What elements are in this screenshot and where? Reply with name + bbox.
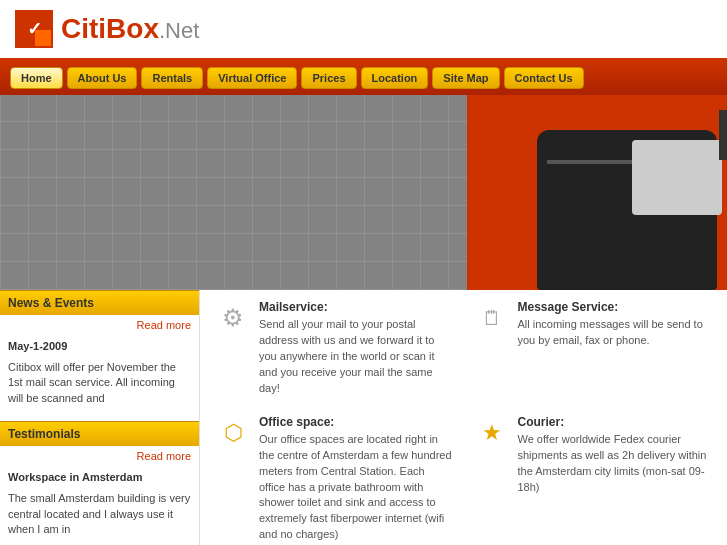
nav-btn-virtual-office[interactable]: Virtual Office <box>207 67 297 89</box>
testimonials-workspace: Workspace in Amsterdam <box>0 466 199 488</box>
courier-desc: We offer worldwide Fedex courier shipmen… <box>518 432 713 496</box>
news-read-more-container: Read more <box>0 315 199 335</box>
main-content: News & Events Read more May-1-2009 Citib… <box>0 290 727 545</box>
header: CitiBox.Net <box>0 0 727 61</box>
nav-btn-location[interactable]: Location <box>361 67 429 89</box>
message-desc: All incoming messages will be send to yo… <box>518 317 713 349</box>
office-desc: Our office spaces are located right in t… <box>259 432 454 544</box>
mailbox-door <box>632 140 722 215</box>
logo-brand: CitiBox.Net <box>61 13 199 45</box>
courier-title: Courier: <box>518 415 713 429</box>
hero-mailboxes-image <box>0 95 470 290</box>
testimonials-read-more-link[interactable]: Read more <box>137 450 191 462</box>
service-office: ⬡ Office space: Our office spaces are lo… <box>215 415 454 545</box>
logo-dot-text: .Net <box>159 18 199 43</box>
nav-btn-prices[interactable]: Prices <box>301 67 356 89</box>
service-message: 🗒 Message Service: All incoming messages… <box>474 300 713 405</box>
mailservice-title: Mailservice: <box>259 300 454 314</box>
logo-icon <box>15 10 53 48</box>
mailservice-desc: Send all your mail to your postal addres… <box>259 317 454 397</box>
street-mailbox-shape <box>537 130 717 290</box>
nav-btn-about-us[interactable]: About Us <box>67 67 138 89</box>
testimonials-text: The small Amsterdam building is very cen… <box>0 488 199 540</box>
service-mailservice: ⚙ Mailservice: Send all your mail to you… <box>215 300 454 405</box>
logo: CitiBox.Net <box>15 10 199 48</box>
gear-icon: ⚙ <box>215 300 251 336</box>
service-courier: ★ Courier: We offer worldwide Fedex cour… <box>474 415 713 545</box>
message-title: Message Service: <box>518 300 713 314</box>
hero-banner <box>0 95 727 290</box>
logo-brand-text: CitiBox <box>61 13 159 44</box>
mailbox-flag <box>719 110 727 160</box>
services-grid: ⚙ Mailservice: Send all your mail to you… <box>215 300 712 545</box>
nav-btn-home[interactable]: Home <box>10 67 63 89</box>
news-section-title: News & Events <box>0 290 199 315</box>
clipboard-icon: 🗒 <box>474 300 510 336</box>
services-content: ⚙ Mailservice: Send all your mail to you… <box>200 290 727 545</box>
testimonials-read-more-container: Read more <box>0 446 199 466</box>
nav-btn-site-map[interactable]: Site Map <box>432 67 499 89</box>
hero-street-mailbox <box>467 95 727 290</box>
office-icon: ⬡ <box>215 415 251 451</box>
office-details: Office space: Our office spaces are loca… <box>259 415 454 544</box>
courier-details: Courier: We offer worldwide Fedex courie… <box>518 415 713 496</box>
nav-btn-contact-us[interactable]: Contact Us <box>504 67 584 89</box>
testimonials-section-title: Testimonials <box>0 421 199 446</box>
news-read-more-link[interactable]: Read more <box>137 319 191 331</box>
star-icon: ★ <box>474 415 510 451</box>
navigation: HomeAbout UsRentalsVirtual OfficePricesL… <box>0 61 727 95</box>
mailservice-details: Mailservice: Send all your mail to your … <box>259 300 454 397</box>
message-details: Message Service: All incoming messages w… <box>518 300 713 349</box>
sidebar: News & Events Read more May-1-2009 Citib… <box>0 290 200 545</box>
news-date: May-1-2009 <box>0 335 199 357</box>
mailbox-grid <box>0 95 470 290</box>
office-title: Office space: <box>259 415 454 429</box>
nav-btn-rentals[interactable]: Rentals <box>141 67 203 89</box>
news-text: Citibox will offer per November the 1st … <box>0 357 199 409</box>
